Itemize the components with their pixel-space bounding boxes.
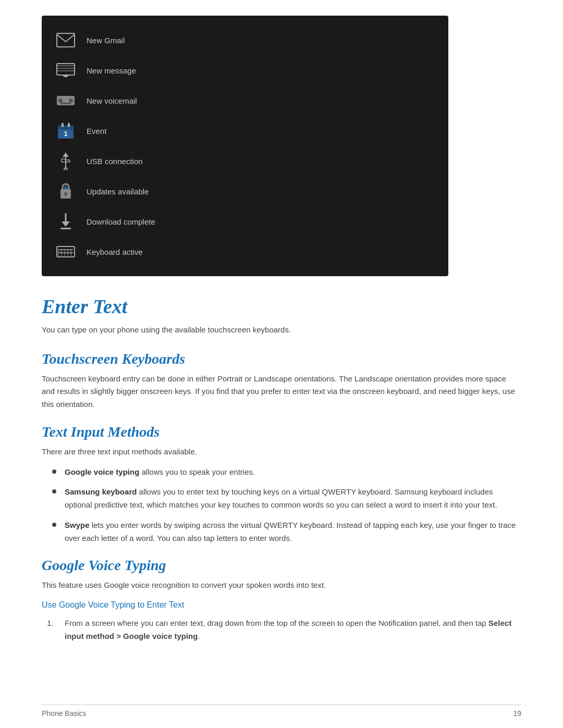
bullet-rest-voice: allows you to speak your entries. [139, 467, 255, 476]
step-text-1: From a screen where you can enter text, … [65, 617, 521, 643]
bullet-bold-samsung: Samsung keyboard [65, 487, 137, 496]
svg-point-7 [69, 98, 73, 103]
step-num-1: 1. [47, 617, 59, 630]
bullet-dot-swype [52, 523, 56, 527]
input-methods-intro: There are three text input methods avail… [42, 446, 521, 459]
voice-steps-list: 1. From a screen where you can enter tex… [47, 617, 521, 643]
bullet-dot-samsung [52, 489, 56, 493]
page-wrapper: New Gmail New message [0, 0, 563, 682]
voice-step-1: 1. From a screen where you can enter tex… [47, 617, 521, 643]
notif-row-download: Download complete [54, 206, 436, 237]
notif-row-event: 1 Event [54, 116, 436, 146]
notif-label-message: New message [87, 66, 136, 75]
svg-rect-26 [57, 246, 75, 257]
input-methods-list: Google voice typing allows you to speak … [52, 466, 521, 545]
svg-rect-12 [68, 123, 70, 127]
footer-left: Phone Basics [42, 709, 87, 718]
main-title: Enter Text [42, 295, 521, 318]
message-icon [54, 59, 77, 82]
notif-label-usb: USB connection [87, 157, 143, 166]
svg-rect-11 [62, 123, 64, 127]
notif-label-updates: Updates available [87, 187, 149, 196]
page-footer: Phone Basics 19 [42, 705, 521, 718]
voicemail-icon [54, 89, 77, 112]
step-bold-1: Select input method > Google voice typin… [65, 619, 511, 640]
section-title-touchscreen: Touchscreen Keyboards [42, 351, 521, 367]
svg-rect-0 [57, 33, 75, 47]
svg-marker-15 [63, 153, 69, 157]
bullet-text-voice: Google voice typing allows you to speak … [65, 466, 255, 479]
intro-text: You can type on your phone using the ava… [42, 324, 521, 336]
gmail-icon [54, 29, 77, 52]
svg-rect-10 [58, 125, 74, 129]
bullet-text-swype: Swype lets you enter words by swiping ac… [65, 519, 521, 545]
updates-icon [54, 180, 77, 203]
svg-marker-22 [63, 185, 68, 189]
footer-right: 19 [513, 709, 521, 718]
notif-row-updates: Updates available [54, 176, 436, 206]
svg-rect-16 [62, 159, 66, 162]
section-title-voice-typing: Google Voice Typing [42, 557, 521, 574]
voice-typing-body: This feature uses Google voice recogniti… [42, 579, 521, 592]
usb-icon [54, 150, 77, 172]
bullet-text-samsung: Samsung keyboard allows you to enter tex… [65, 486, 521, 512]
download-icon [54, 210, 77, 233]
svg-rect-17 [66, 160, 70, 162]
section-title-input-methods: Text Input Methods [42, 424, 521, 440]
svg-rect-25 [60, 228, 71, 229]
notification-table: New Gmail New message [42, 16, 448, 276]
bullet-bold-voice: Google voice typing [65, 467, 139, 476]
event-icon: 1 [54, 119, 77, 142]
keyboard-active-icon [54, 240, 77, 263]
svg-marker-24 [62, 221, 70, 227]
notif-label-voicemail: New voicemail [87, 96, 137, 105]
list-item-swype: Swype lets you enter words by swiping ac… [52, 519, 521, 545]
notif-row-message: New message [54, 55, 436, 85]
list-item-samsung: Samsung keyboard allows you to enter tex… [52, 486, 521, 512]
notif-row-voicemail: New voicemail [54, 85, 436, 116]
bullet-dot-voice [52, 470, 56, 474]
notif-label-event: Event [87, 127, 106, 135]
svg-rect-1 [57, 64, 75, 75]
touchscreen-body: Touchscreen keyboard entry can be done i… [42, 373, 521, 411]
list-item-voice: Google voice typing allows you to speak … [52, 466, 521, 479]
notif-label-keyboard: Keyboard active [87, 248, 143, 256]
notif-label-gmail: New Gmail [87, 36, 125, 45]
subsubsection-title-use-voice: Use Google Voice Typing to Enter Text [42, 600, 521, 610]
notif-row-gmail: New Gmail [54, 25, 436, 55]
notif-row-keyboard: Keyboard active [54, 237, 436, 267]
notif-row-usb: USB connection [54, 146, 436, 176]
svg-text:1: 1 [64, 130, 67, 138]
bullet-bold-swype: Swype [65, 521, 90, 529]
bullet-rest-swype: lets you enter words by swiping across t… [65, 521, 516, 542]
svg-point-6 [58, 98, 63, 103]
svg-rect-21 [65, 194, 66, 196]
svg-rect-8 [60, 103, 71, 104]
notif-label-download: Download complete [87, 217, 155, 226]
